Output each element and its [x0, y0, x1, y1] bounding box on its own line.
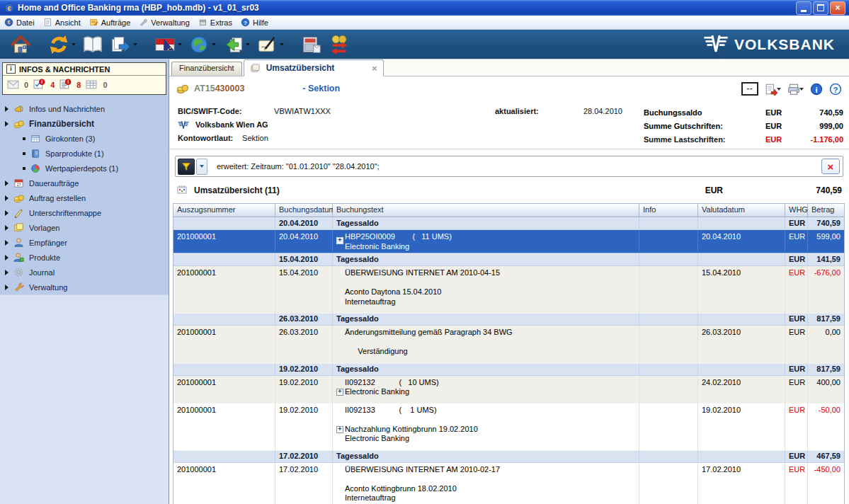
restore-button[interactable] [813, 1, 828, 15]
menu-item-2[interactable]: Aufträge [86, 16, 137, 29]
sidebar-item-0[interactable]: Infos und Nachrichten [0, 101, 169, 116]
info-icon: i [6, 64, 16, 74]
chevron-right-icon[interactable] [5, 255, 8, 260]
column-header[interactable]: Buchungstext [333, 203, 639, 217]
toolbar-refresh-button[interactable] [48, 34, 76, 55]
toolbar-home-button[interactable] [10, 34, 31, 55]
chevron-down-icon[interactable] [133, 43, 137, 46]
news-icon[interactable]: i [59, 79, 72, 91]
sidebar-item-3[interactable]: Auftrag erstellen [0, 190, 169, 205]
chevron-right-icon[interactable] [5, 121, 8, 127]
toolbar-sign-button[interactable] [256, 34, 284, 55]
sidebar-item-1[interactable]: Finanzübersicht [0, 116, 169, 131]
table-row-entry[interactable]: 20100000119.02.2010II092132 ( 10 UMS)+El… [173, 376, 844, 403]
menu-item-0[interactable]: €Datei [1, 16, 40, 29]
title-bar[interactable]: € Home and Office Banking rma (HBP_hob.m… [0, 0, 849, 16]
chevron-right-icon[interactable] [5, 106, 8, 112]
table-row-saldo[interactable]: 19.02.2010TagessaldoEUR817,59 [173, 363, 844, 376]
sidebar-item-8[interactable]: Journal [0, 265, 169, 280]
menu-item-5[interactable]: ?Hilfe [238, 16, 274, 29]
toolbar-globe-button[interactable] [188, 34, 216, 55]
sidebar-subitem-1-1[interactable]: Sparprodukte (1) [0, 146, 169, 161]
table-row-entry[interactable]: 20100000115.04.2010ÜBERWEISUNG INTERNET … [173, 266, 844, 313]
sidebar-item-4[interactable]: Unterschriftenmappe [0, 205, 169, 220]
chevron-down-icon[interactable] [212, 43, 216, 46]
table-row-saldo[interactable]: 17.02.2010TagessaldoEUR467,59 [173, 450, 844, 463]
column-header[interactable]: Betrag [808, 203, 844, 217]
toolbar-flag-button[interactable] [154, 34, 182, 55]
tab-finanzuebersicht[interactable]: Finanzübersicht [171, 62, 242, 76]
chevron-right-icon[interactable] [5, 181, 8, 186]
expand-plus-icon[interactable]: + [336, 389, 343, 396]
envelope-icon[interactable] [7, 79, 19, 91]
sidebar-item-2[interactable]: 17Daueraufträge [0, 176, 169, 190]
coins-icon [13, 193, 24, 203]
toolbar-pagesfwd-button[interactable] [110, 34, 137, 55]
toolbar-pagesback-button[interactable] [222, 34, 250, 55]
table-row-entry[interactable]: 20100000117.02.2010ÜBERWEISUNG INTERNET … [173, 463, 844, 504]
exporti-icon [765, 83, 777, 96]
chevron-down-icon[interactable] [280, 43, 284, 46]
sidebar-subitem-1-0[interactable]: Girokonten (3) [0, 131, 169, 146]
chevron-down-icon[interactable] [246, 43, 250, 46]
sidebar-item-9[interactable]: Verwaltung [0, 280, 169, 294]
infos-nachrichten-box: i INFOS & NACHRICHTEN 0i4i80 [2, 62, 166, 95]
svg-text:i: i [68, 79, 69, 84]
iban-toggle-button[interactable]: -- [741, 82, 758, 96]
tab-umsatzuebersicht[interactable]: Umsatzübersicht × [244, 59, 384, 76]
toolbar-transfer-button[interactable] [329, 34, 350, 55]
table-row-entry[interactable]: 20100000126.03.2010Änderungsmitteilung g… [173, 326, 844, 363]
chevron-right-icon[interactable] [5, 225, 8, 231]
table-row-saldo[interactable]: 15.04.2010TagessaldoEUR141,59 [173, 253, 844, 266]
chevron-down-icon[interactable] [72, 43, 76, 46]
menu-item-4[interactable]: Extras [195, 16, 238, 29]
column-header[interactable]: Valutadatum [698, 203, 785, 217]
filter-funnel-button[interactable] [178, 159, 195, 175]
toolbar-mailprint-button[interactable] [301, 34, 322, 55]
table-row-entry[interactable]: 20100000120.04.2010+HBP25OI0009 ( 11 UMS… [173, 230, 844, 253]
chevron-right-icon[interactable] [5, 210, 8, 216]
column-header[interactable]: Buchungsdatum [275, 203, 333, 217]
help-button[interactable]: ? [829, 83, 842, 96]
checknote-icon[interactable]: i [33, 79, 45, 91]
menu-item-3[interactable]: Verwaltung [136, 16, 195, 29]
info-button[interactable]: i [810, 83, 823, 96]
account-header: AT15430003 - Sektion [176, 82, 340, 94]
sidebar-item-7[interactable]: Produkte [0, 250, 169, 265]
grid-icon[interactable] [86, 79, 98, 91]
flag-icon [154, 34, 176, 55]
chevron-down-icon[interactable] [178, 43, 182, 46]
chevron-right-icon[interactable] [5, 270, 8, 275]
close-button[interactable]: × [830, 1, 845, 15]
sidebar-item-5[interactable]: Vorlagen [0, 220, 169, 235]
menu-item-1[interactable]: Ansicht [40, 16, 86, 29]
toolbar-book-button[interactable] [82, 34, 103, 55]
filter-close-button[interactable]: × [821, 159, 840, 174]
print-button[interactable] [787, 83, 804, 96]
column-header[interactable]: WHG [785, 203, 808, 217]
column-header[interactable]: Info [639, 203, 698, 217]
export-button[interactable] [765, 83, 781, 96]
chevron-right-icon[interactable] [5, 285, 8, 290]
sidebar-subitem-1-2[interactable]: Wertpapierdepots (1) [0, 161, 169, 176]
cell-buchungstext: ÜBERWEISUNG INTERNET AM 2010-04-15Aconto… [333, 266, 639, 313]
column-header[interactable]: Auszugsnummer [173, 203, 275, 217]
sidebar-item-label: Produkte [29, 253, 60, 262]
chevron-down-icon[interactable] [777, 88, 781, 91]
minimize-button[interactable] [796, 1, 811, 15]
summary-label: Summe Lastschriften: [644, 135, 765, 144]
summary-value: 740,59 [794, 108, 843, 117]
cell-buchungsdatum: 15.04.2010 [275, 266, 333, 313]
svg-text:€: € [7, 19, 10, 25]
chevron-right-icon[interactable] [5, 240, 8, 246]
tab-close-icon[interactable]: × [372, 63, 377, 74]
table-row-entry[interactable]: 20100000119.02.2010II092133 ( 1 UMS)+Nac… [173, 403, 844, 450]
filter-dropdown-button[interactable] [196, 159, 207, 175]
expand-plus-icon[interactable]: + [336, 426, 343, 433]
chevron-right-icon[interactable] [5, 195, 8, 201]
table-row-saldo[interactable]: 20.04.2010TagessaldoEUR740,59 [173, 217, 844, 230]
tab-book-icon [250, 63, 261, 74]
sidebar-item-6[interactable]: Empfänger [0, 235, 169, 250]
chevron-down-icon[interactable] [799, 88, 804, 91]
table-row-saldo[interactable]: 26.03.2010TagessaldoEUR817,59 [173, 313, 844, 326]
